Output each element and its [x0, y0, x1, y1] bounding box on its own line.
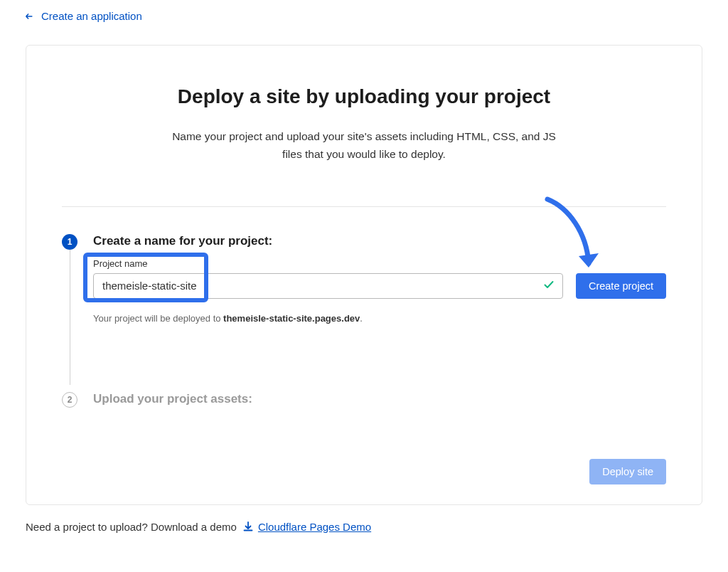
helper-domain: themeisle-static-site.pages.dev — [223, 313, 360, 324]
step-1-title: Create a name for your project: — [93, 234, 666, 248]
page-title: Deploy a site by uploading your project — [83, 85, 645, 108]
arrow-left-icon — [24, 11, 34, 21]
project-name-input-container — [93, 273, 563, 299]
footer-prompt: Need a project to upload? Download a dem… — [26, 521, 237, 533]
steps-container: 1 Create a name for your project: Projec… — [26, 207, 702, 408]
back-link-text: Create an application — [41, 10, 142, 22]
input-row: Create project — [93, 273, 666, 299]
step-2-title: Upload your project assets: — [93, 392, 666, 406]
deploy-site-button[interactable]: Deploy site — [589, 459, 666, 484]
step-1-number: 1 — [62, 234, 77, 250]
deploy-domain-helper: Your project will be deployed to themeis… — [93, 313, 666, 324]
step-2-content: Upload your project assets: — [93, 392, 666, 406]
download-icon — [242, 521, 254, 532]
step-connector-line — [70, 250, 70, 385]
card-header: Deploy a site by uploading your project … — [26, 85, 702, 164]
step-1-content: Create a name for your project: Project … — [93, 234, 666, 324]
footer: Need a project to upload? Download a dem… — [0, 505, 728, 533]
demo-download-link[interactable]: Cloudflare Pages Demo — [242, 521, 371, 533]
back-link[interactable]: Create an application — [0, 0, 728, 32]
step-2: 2 Upload your project assets: — [62, 392, 666, 408]
demo-link-text: Cloudflare Pages Demo — [258, 521, 371, 533]
check-icon — [543, 279, 555, 293]
card-actions: Deploy site — [26, 408, 702, 484]
page-subtitle: Name your project and upload your site's… — [165, 128, 563, 164]
project-name-input[interactable] — [93, 273, 563, 299]
step-1: 1 Create a name for your project: Projec… — [62, 234, 666, 324]
create-project-button[interactable]: Create project — [576, 273, 666, 299]
helper-suffix: . — [360, 313, 363, 324]
step-2-number: 2 — [62, 392, 77, 408]
helper-prefix: Your project will be deployed to — [93, 313, 223, 324]
project-name-label: Project name — [93, 258, 666, 269]
main-card: Deploy a site by uploading your project … — [26, 45, 702, 505]
project-name-field: Project name Create project — [93, 258, 666, 299]
